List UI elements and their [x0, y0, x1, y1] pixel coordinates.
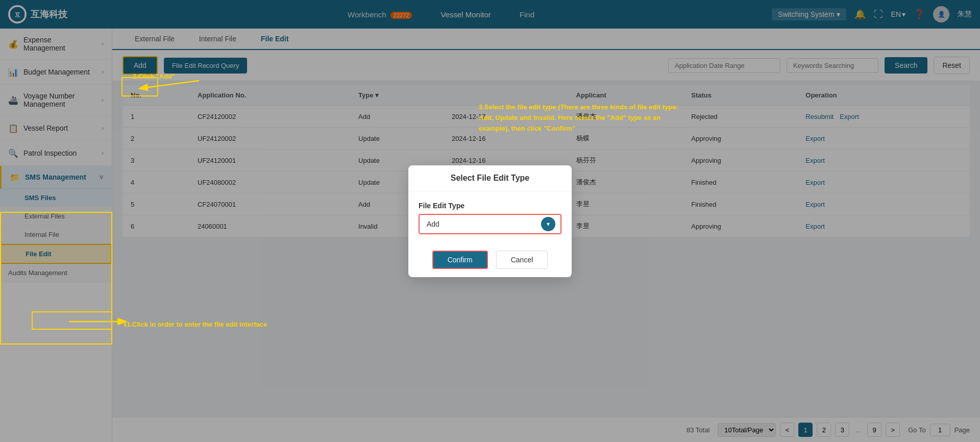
modal: Select File Edit Type File Edit Type Add…: [408, 165, 572, 277]
modal-footer: Confirm Cancel: [408, 244, 572, 277]
modal-body: File Edit Type Add ▾: [408, 191, 572, 244]
form-label: File Edit Type: [419, 202, 561, 210]
chevron-down-icon: ▾: [541, 217, 555, 231]
cancel-button[interactable]: Cancel: [496, 251, 548, 269]
modal-overlay[interactable]: Select File Edit Type File Edit Type Add…: [0, 0, 980, 442]
confirm-button[interactable]: Confirm: [432, 251, 488, 269]
select-display: Add: [420, 215, 560, 233]
file-edit-type-select[interactable]: Add ▾: [419, 214, 561, 234]
modal-title: Select File Edit Type: [408, 165, 572, 191]
